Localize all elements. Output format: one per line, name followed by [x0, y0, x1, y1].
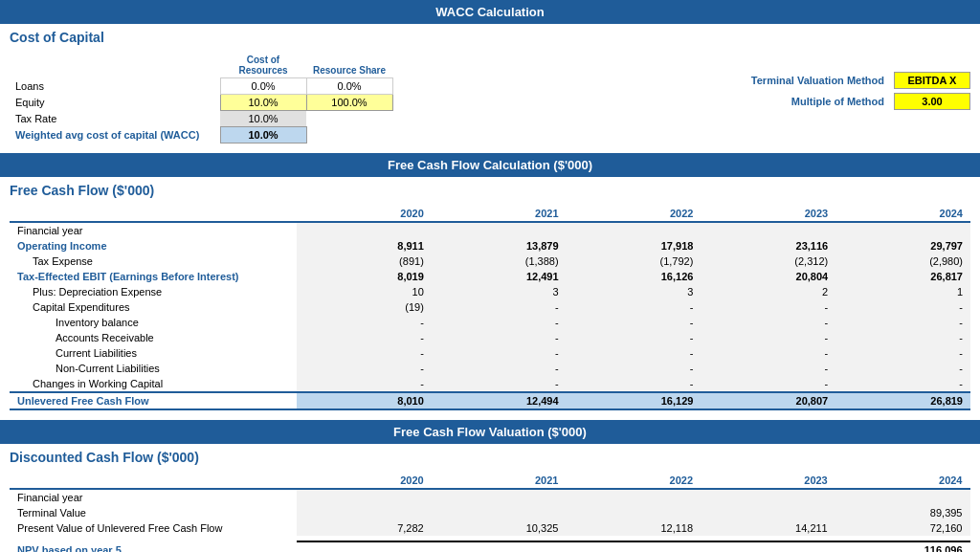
- dcf-row-label-2: Present Value of Unlevered Free Cash Flo…: [10, 520, 297, 536]
- valuation-header: Free Cash Flow Valuation ($'000): [0, 420, 980, 444]
- fcf-cell-7-1: -: [432, 330, 567, 345]
- wacc-section: Cost of Resources Resource Share Loans0.…: [0, 49, 980, 153]
- fcf-cell-0-4: [835, 222, 970, 238]
- fcf-cell-2-4: (2,980): [835, 254, 970, 269]
- wacc-share-0[interactable]: 0.0%: [306, 78, 392, 95]
- fcf-cell-9-3: -: [701, 361, 835, 376]
- fcf-cell-1-2: 17,918: [567, 238, 702, 254]
- fcf-cell-4-1: 3: [432, 284, 567, 299]
- fcf-table: 20202021202220232024 Financial yearOpera…: [10, 206, 970, 410]
- fcf-cell-1-1: 13,879: [432, 238, 567, 254]
- fcf-row-label-6: Inventory balance: [10, 315, 297, 330]
- fcf-year-2022: 2022: [567, 206, 702, 222]
- wacc-cost-1[interactable]: 10.0%: [220, 95, 306, 111]
- terminal-method-row: Terminal Valuation Method EBITDA X: [731, 72, 970, 89]
- dcf-cell-0-4: [835, 489, 970, 505]
- fcf-cell-6-3: -: [701, 315, 835, 330]
- fcf-cell-3-2: 16,126: [567, 269, 702, 284]
- fcf-cell-11-3: 20,807: [701, 392, 835, 409]
- fcf-cell-7-3: -: [701, 330, 835, 345]
- fcf-cell-5-4: -: [835, 299, 970, 315]
- dcf-row-label-0: Financial year: [10, 489, 297, 505]
- fcf-cell-2-2: (1,792): [567, 254, 702, 269]
- terminal-method-label: Terminal Valuation Method: [731, 75, 884, 86]
- wacc-share-1[interactable]: 100.0%: [306, 95, 392, 111]
- fcf-cell-9-4: -: [835, 361, 970, 376]
- fcf-cell-11-4: 26,819: [835, 392, 970, 409]
- dcf-cell-2-4: 72,160: [835, 520, 970, 536]
- fcf-label-col: [10, 206, 297, 222]
- fcf-cell-11-2: 16,129: [567, 392, 702, 409]
- fcf-cell-8-4: -: [835, 345, 970, 361]
- dcf-row-label-4: NPV based on year 5: [10, 541, 297, 552]
- fcf-cell-0-2: [567, 222, 702, 238]
- fcf-cell-6-1: -: [432, 315, 567, 330]
- fcf-cell-8-3: -: [701, 345, 835, 361]
- fcf-cell-10-0: -: [297, 376, 432, 392]
- fcf-cell-1-3: 23,116: [701, 238, 835, 254]
- fcf-cell-0-0: [297, 222, 432, 238]
- terminal-valuation-area: Terminal Valuation Method EBITDA X Multi…: [731, 72, 970, 110]
- cost-of-capital-title: Cost of Capital: [0, 24, 980, 49]
- fcf-cell-5-3: -: [701, 299, 835, 315]
- fcf-cell-8-1: -: [432, 345, 567, 361]
- fcf-row-label-11: Unlevered Free Cash Flow: [10, 392, 297, 409]
- dcf-cell-4-0: [297, 541, 432, 552]
- fcf-cell-3-3: 20,804: [701, 269, 835, 284]
- wacc-cost-3: 10.0%: [220, 127, 306, 144]
- fcf-cell-2-3: (2,312): [701, 254, 835, 269]
- fcf-cell-7-2: -: [567, 330, 702, 345]
- fcf-cell-4-0: 10: [297, 284, 432, 299]
- wacc-row-label-2: Tax Rate: [10, 111, 220, 127]
- fcf-title: Free Cash Flow ($'000): [0, 177, 980, 202]
- dcf-cell-2-2: 12,118: [566, 520, 701, 536]
- fcf-cell-10-2: -: [567, 376, 702, 392]
- fcf-cell-0-1: [432, 222, 567, 238]
- dcf-cell-4-3: [701, 541, 835, 552]
- wacc-cost-0[interactable]: 0.0%: [220, 78, 306, 95]
- dcf-cell-1-0: [297, 505, 432, 520]
- fcf-cell-5-1: -: [432, 299, 567, 315]
- fcf-cell-6-2: -: [567, 315, 702, 330]
- fcf-cell-3-0: 8,019: [297, 269, 432, 284]
- dcf-cell-1-3: [701, 505, 835, 520]
- fcf-year-2020: 2020: [297, 206, 432, 222]
- fcf-cell-10-4: -: [835, 376, 970, 392]
- multiple-method-label: Multiple of Method: [731, 96, 884, 107]
- wacc-row-label-0: Loans: [10, 78, 220, 95]
- dcf-cell-2-1: 10,325: [432, 520, 567, 536]
- fcf-cell-8-2: -: [567, 345, 702, 361]
- dcf-cell-0-3: [701, 489, 835, 505]
- wacc-table: Cost of Resources Resource Share Loans0.…: [10, 53, 393, 144]
- fcf-section: 20202021202220232024 Financial yearOpera…: [0, 202, 980, 420]
- dcf-table: 20202021202220232024 Financial yearTermi…: [10, 473, 970, 552]
- fcf-row-label-9: Non-Current Liabilities: [10, 361, 297, 376]
- dcf-year-2023: 2023: [701, 473, 835, 489]
- fcf-cell-1-4: 29,797: [835, 238, 970, 254]
- fcf-year-2024: 2024: [835, 206, 970, 222]
- fcf-row-label-1: Operating Income: [10, 238, 297, 254]
- fcf-cell-3-1: 12,491: [432, 269, 567, 284]
- fcf-year-2023: 2023: [701, 206, 835, 222]
- fcf-cell-5-0: (19): [297, 299, 432, 315]
- fcf-row-label-8: Current Liabilities: [10, 345, 297, 361]
- fcf-cell-2-1: (1,388): [432, 254, 567, 269]
- dcf-year-2024: 2024: [835, 473, 970, 489]
- fcf-cell-0-3: [701, 222, 835, 238]
- multiple-method-value: 3.00: [894, 93, 970, 110]
- fcf-cell-9-2: -: [567, 361, 702, 376]
- wacc-cost-2: 10.0%: [220, 111, 306, 127]
- wacc-row-label-1: Equity: [10, 95, 220, 111]
- dcf-row-label-1: Terminal Value: [10, 505, 297, 520]
- fcf-row-label-3: Tax-Effected EBIT (Earnings Before Inter…: [10, 269, 297, 284]
- terminal-method-value: EBITDA X: [894, 72, 970, 89]
- fcf-row-label-0: Financial year: [10, 222, 297, 238]
- dcf-label-col: [10, 473, 297, 489]
- fcf-cell-6-4: -: [835, 315, 970, 330]
- fcf-cell-6-0: -: [297, 315, 432, 330]
- fcf-cell-10-1: -: [432, 376, 567, 392]
- fcf-cell-8-0: -: [297, 345, 432, 361]
- fcf-cell-5-2: -: [567, 299, 702, 315]
- fcf-cell-9-0: -: [297, 361, 432, 376]
- fcf-cell-10-3: -: [701, 376, 835, 392]
